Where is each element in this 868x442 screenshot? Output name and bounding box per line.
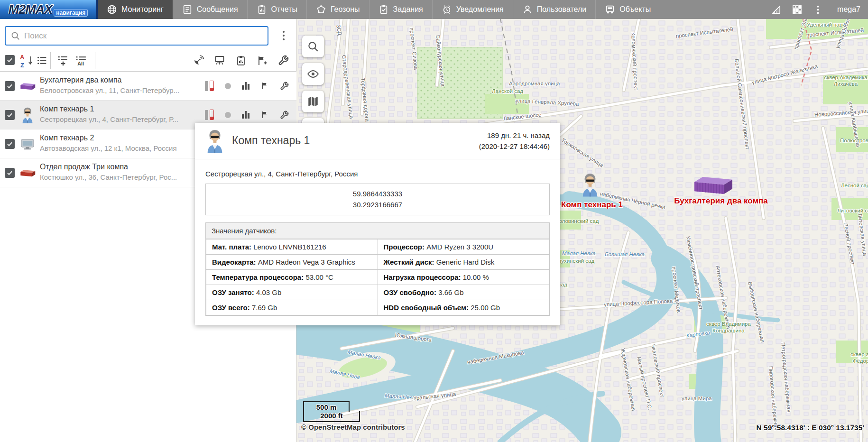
vehicle-icon <box>605 4 615 15</box>
nav-item-notifications[interactable]: Уведомления <box>432 0 513 19</box>
brand-subtitle: навигация <box>54 9 88 17</box>
map-marker-avatar[interactable] <box>581 173 599 197</box>
list-toolbar: AZ All <box>0 49 296 72</box>
wrench-icon[interactable] <box>280 110 289 120</box>
flag-icon[interactable] <box>260 82 269 90</box>
search-menu-icon[interactable] <box>278 28 289 43</box>
row-checkbox[interactable] <box>5 168 15 178</box>
map-visibility-button[interactable] <box>302 63 324 85</box>
container-red-icon <box>19 165 36 181</box>
popup-avatar-icon <box>205 129 224 153</box>
popup-time-ago: 189 дн. 21 ч. назад <box>479 130 550 141</box>
nav-item-objects[interactable]: Объекты <box>595 0 660 19</box>
nav-label: Мониторинг <box>121 5 164 14</box>
all-list-icon[interactable]: All <box>75 55 88 69</box>
nav-label: Уведомления <box>456 5 504 14</box>
task-check-icon <box>379 4 389 15</box>
navbar-tools: mega7 <box>768 0 868 19</box>
app-logo[interactable]: M2MAX навигация <box>0 0 98 19</box>
connection-bars-icon[interactable] <box>205 81 214 91</box>
search-icon <box>307 40 319 53</box>
status-circle-icon[interactable] <box>225 83 231 89</box>
scale-imperial: 2000 ft <box>303 411 360 422</box>
clipboard-chart-icon[interactable] <box>235 55 247 66</box>
globe-icon <box>107 4 117 15</box>
add-list-icon[interactable] <box>57 55 69 69</box>
sensor-table-header: Значения датчиков: <box>206 223 549 239</box>
nav-label: Отчеты <box>271 5 297 14</box>
avatar-icon <box>19 107 36 123</box>
select-all-checkbox[interactable] <box>5 55 15 65</box>
object-row-buhgalteria[interactable]: Бухгалтерия два компа Белоостровская ул.… <box>0 72 296 101</box>
sensor-table: Значения датчиков: Мат. плата: Lenovo LN… <box>205 222 550 316</box>
map-attribution[interactable]: © OpenStreetMap contributors <box>301 423 405 431</box>
toolbar-divider <box>95 52 95 69</box>
row-checkbox[interactable] <box>5 139 15 149</box>
brand-name: M2MAX <box>9 2 53 17</box>
overflow-menu-icon[interactable] <box>810 1 826 18</box>
table-row: Видеокарта: AMD Radeon Vega 3 Graphics Ж… <box>206 254 549 269</box>
row-checkbox[interactable] <box>5 81 15 91</box>
object-title: Комп технарь 1 <box>40 105 196 113</box>
map-marker-container-purple[interactable] <box>692 175 733 195</box>
toolbar-actions <box>193 55 289 66</box>
object-title: Отдел продаж Три компа <box>40 163 196 171</box>
popup-timestamp: (2020-12-27 18:44:46) <box>479 141 550 152</box>
map-scale: 500 m 2000 ft <box>303 401 360 422</box>
table-row: Мат. плата: Lenovo LNVNB161216 Процессор… <box>206 239 549 254</box>
user-icon <box>522 4 533 15</box>
nav-item-geofences[interactable]: Геозоны <box>306 0 369 19</box>
top-navbar: M2MAX навигация Мониторинг Сообщения Отч… <box>0 0 868 19</box>
nav-item-reports[interactable]: Отчеты <box>247 0 306 19</box>
popup-address: Сестрорецкая ул., 4, Санкт-Петербург, Ро… <box>195 159 560 184</box>
nav-item-messages[interactable]: Сообщения <box>173 0 247 19</box>
nav-item-users[interactable]: Пользователи <box>513 0 595 19</box>
alarm-icon <box>442 4 452 15</box>
geofence-polygon-icon <box>316 4 326 15</box>
map-layers-button[interactable] <box>302 91 324 112</box>
nav-item-monitoring[interactable]: Мониторинг <box>98 0 173 19</box>
sort-az-icon[interactable]: AZ <box>20 55 33 67</box>
flag-add-icon[interactable] <box>257 55 268 66</box>
object-title: Комп технарь 2 <box>40 134 196 142</box>
scale-metric: 500 m <box>303 401 350 412</box>
list-view-icon[interactable] <box>36 55 48 68</box>
nav-label: Объекты <box>619 5 651 14</box>
nav-label: Геозоны <box>331 5 360 14</box>
username[interactable]: mega7 <box>837 5 860 14</box>
message-icon <box>182 4 193 15</box>
table-row: Температура процессора: 53.00 °C Нагрузк… <box>206 269 549 285</box>
map-search-button[interactable] <box>302 36 324 57</box>
chart-icon[interactable] <box>242 111 249 119</box>
search-input[interactable] <box>24 31 263 41</box>
status-circle-icon[interactable] <box>225 112 231 118</box>
popup-longitude: 30.2923166667 <box>206 199 549 210</box>
flag-icon[interactable] <box>260 110 269 119</box>
wrench-icon[interactable] <box>280 82 289 91</box>
object-address: Автозаводская ул., 12 к1, Москва, Россия <box>40 144 196 152</box>
main-menu: Мониторинг Сообщения Отчеты Геозоны Зада… <box>98 0 660 19</box>
toolbar-divider <box>50 52 51 69</box>
monitor-network-icon[interactable] <box>214 55 225 66</box>
connection-bars-icon[interactable] <box>205 110 214 120</box>
svg-text:All: All <box>77 61 84 66</box>
computer-icon <box>19 136 36 152</box>
map-marker-label-buhgalteria[interactable]: Бухгалтерия два компа <box>674 196 768 206</box>
popup-title: Комп технарь 1 <box>232 134 310 147</box>
object-address: Сестрорецкая ул., 4, Санкт-Петербург, Р.… <box>40 115 196 123</box>
nav-label: Пользователи <box>537 5 586 14</box>
table-row: ОЗУ занято: 4.03 Gb ОЗУ свободно: 3.66 G… <box>206 285 549 300</box>
apps-grid-icon[interactable] <box>789 1 805 18</box>
popup-latitude: 59.9864433333 <box>206 188 549 199</box>
nav-item-tasks[interactable]: Задания <box>369 0 432 19</box>
chart-icon[interactable] <box>242 82 249 90</box>
object-address: Костюшко ул., 36, Санкт-Петербург, Рос..… <box>40 173 196 181</box>
container-purple-icon <box>19 78 36 94</box>
search-box <box>5 26 268 46</box>
wrench-icon[interactable] <box>278 55 289 66</box>
satellite-icon[interactable] <box>193 55 204 66</box>
measure-ruler-icon[interactable] <box>768 1 784 18</box>
search-icon <box>10 31 20 41</box>
row-checkbox[interactable] <box>5 110 15 120</box>
eye-icon <box>307 68 319 80</box>
